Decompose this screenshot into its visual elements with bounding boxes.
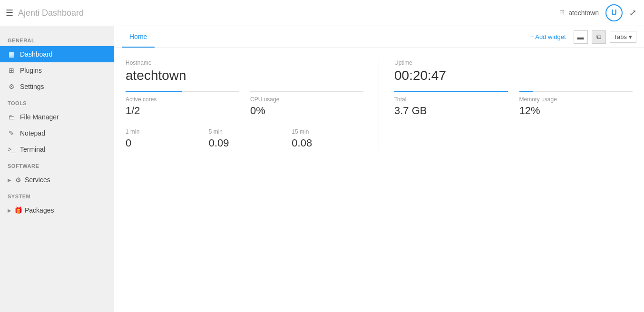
sidebar-item-services[interactable]: ▶ ⚙ Services	[0, 172, 114, 188]
topbar: ☰ Ajenti Dashboard 🖥 atechtown U ⤢	[0, 0, 644, 26]
total-value: 3.7 GB	[394, 105, 508, 117]
hostname-widget: Hostname atechtown Active cores 1/2	[126, 59, 379, 149]
app-name: Ajenti	[18, 8, 39, 18]
main-layout: GENERAL ▦ Dashboard ⊞ Plugins ⚙ Settings…	[0, 26, 644, 312]
total-bar	[394, 91, 508, 92]
sidebar-item-dashboard-label: Dashboard	[20, 50, 53, 58]
uptime-label: Uptime	[394, 59, 633, 66]
dashboard-content: Hostname atechtown Active cores 1/2	[114, 48, 644, 312]
sidebar-item-terminal[interactable]: >_ Terminal	[0, 141, 114, 157]
sidebar-item-services-label: Services	[25, 176, 50, 184]
tabs-dropdown-label: Tabs	[614, 33, 627, 40]
services-arrow-icon: ▶	[8, 177, 11, 183]
content-panel: Home + Add widget ▬ ⧉ Tabs ▾ Hos	[114, 26, 644, 312]
uptime-widget: Uptime 00:20:47 Total 3.7 GB	[379, 59, 633, 149]
add-widget-button[interactable]: + Add widget	[527, 31, 570, 42]
sidebar-item-packages[interactable]: ▶ 🎁 Packages	[0, 202, 114, 218]
topbar-left: ☰ Ajenti Dashboard	[6, 8, 84, 18]
uptime-value: 00:20:47	[394, 68, 633, 83]
load-5min-label: 5 min	[209, 128, 281, 135]
sidebar-item-terminal-label: Terminal	[20, 146, 45, 153]
load-15min: 15 min 0.08	[292, 128, 363, 149]
memory-usage-bar-fill	[519, 91, 533, 92]
file-manager-icon: 🗀	[8, 113, 15, 121]
cpu-usage-value: 0%	[250, 105, 363, 117]
load-15min-value: 0.08	[292, 137, 363, 149]
load-1min-value: 0	[126, 137, 197, 149]
sidebar-item-notepad-label: Notepad	[20, 129, 45, 137]
sidebar-item-plugins-label: Plugins	[20, 67, 42, 74]
sidebar-item-file-manager[interactable]: 🗀 File Manager	[0, 109, 114, 125]
server-name: atechtown	[568, 9, 599, 17]
tab-bar-left: Home	[122, 26, 155, 48]
hamburger-menu-button[interactable]: ☰	[6, 8, 13, 18]
tools-section-label: TOOLS	[0, 95, 114, 109]
terminal-icon: >_	[8, 146, 15, 153]
total-label: Total	[394, 96, 508, 103]
load-15min-label: 15 min	[292, 128, 363, 135]
software-section-label: SOFTWARE	[0, 157, 114, 172]
sidebar-item-notepad[interactable]: ✎ Notepad	[0, 125, 114, 141]
memory-usage-value: 12%	[519, 105, 633, 117]
topbar-right: 🖥 atechtown U ⤢	[558, 4, 636, 21]
services-icon: ⚙	[14, 176, 22, 184]
app-subtitle: Dashboard	[42, 8, 84, 18]
memory-usage-label: Memory usage	[519, 96, 633, 103]
layout-single-column-button[interactable]: ▬	[574, 30, 588, 44]
plugins-icon: ⊞	[8, 67, 15, 74]
active-cores-value: 1/2	[126, 105, 239, 117]
hostname-value: atechtown	[126, 68, 363, 83]
sidebar-item-dashboard[interactable]: ▦ Dashboard	[0, 46, 114, 62]
packages-arrow-icon: ▶	[8, 208, 11, 213]
total-bar-fill	[394, 91, 508, 92]
layout-two-column-button[interactable]: ⧉	[592, 30, 606, 44]
load-row: 1 min 0 5 min 0.09 15 min 0.08	[126, 128, 363, 149]
sidebar-item-file-manager-label: File Manager	[20, 113, 59, 121]
sidebar-item-settings[interactable]: ⚙ Settings	[0, 78, 114, 95]
content-area: Home + Add widget ▬ ⧉ Tabs ▾ Hos	[114, 26, 644, 312]
load-5min-value: 0.09	[209, 137, 281, 149]
app-title: Ajenti Dashboard	[18, 8, 84, 18]
cores-cpu-row: Active cores 1/2 CPU usage 0%	[126, 91, 363, 117]
tab-home[interactable]: Home	[122, 26, 155, 48]
cpu-usage-metric: CPU usage 0%	[250, 91, 363, 117]
notepad-icon: ✎	[8, 129, 15, 137]
active-cores-bar-fill	[126, 91, 182, 92]
tab-bar-right: + Add widget ▬ ⧉ Tabs ▾	[527, 30, 636, 44]
sidebar-item-settings-label: Settings	[20, 83, 44, 90]
total-memory-row: Total 3.7 GB Memory usage 12%	[394, 91, 633, 117]
cpu-usage-label: CPU usage	[250, 96, 363, 103]
packages-icon: 🎁	[14, 206, 22, 214]
memory-usage-bar	[519, 91, 633, 92]
memory-usage-metric: Memory usage 12%	[519, 91, 633, 117]
tabs-dropdown-chevron: ▾	[629, 33, 632, 40]
settings-icon: ⚙	[8, 83, 15, 90]
total-metric: Total 3.7 GB	[394, 91, 508, 117]
widget-section-top: Hostname atechtown Active cores 1/2	[126, 59, 633, 149]
tabs-dropdown-button[interactable]: Tabs ▾	[610, 31, 636, 43]
system-section-label: SYSTEM	[0, 188, 114, 202]
sidebar: GENERAL ▦ Dashboard ⊞ Plugins ⚙ Settings…	[0, 26, 114, 312]
active-cores-label: Active cores	[126, 96, 239, 103]
tab-bar: Home + Add widget ▬ ⧉ Tabs ▾	[114, 26, 644, 48]
load-1min-label: 1 min	[126, 128, 197, 135]
load-5min: 5 min 0.09	[209, 128, 281, 149]
cpu-usage-bar	[250, 91, 363, 92]
sidebar-item-packages-label: Packages	[25, 206, 54, 214]
active-cores-metric: Active cores 1/2	[126, 91, 239, 117]
dashboard-icon: ▦	[8, 50, 15, 58]
sidebar-item-plugins[interactable]: ⊞ Plugins	[0, 62, 114, 78]
expand-icon[interactable]: ⤢	[629, 8, 636, 18]
hostname-label: Hostname	[126, 59, 363, 66]
server-info: 🖥 atechtown	[558, 9, 599, 17]
load-1min: 1 min 0	[126, 128, 197, 149]
general-section-label: GENERAL	[0, 32, 114, 46]
active-cores-bar	[126, 91, 239, 92]
user-avatar-button[interactable]: U	[605, 4, 623, 21]
server-icon: 🖥	[558, 9, 566, 17]
